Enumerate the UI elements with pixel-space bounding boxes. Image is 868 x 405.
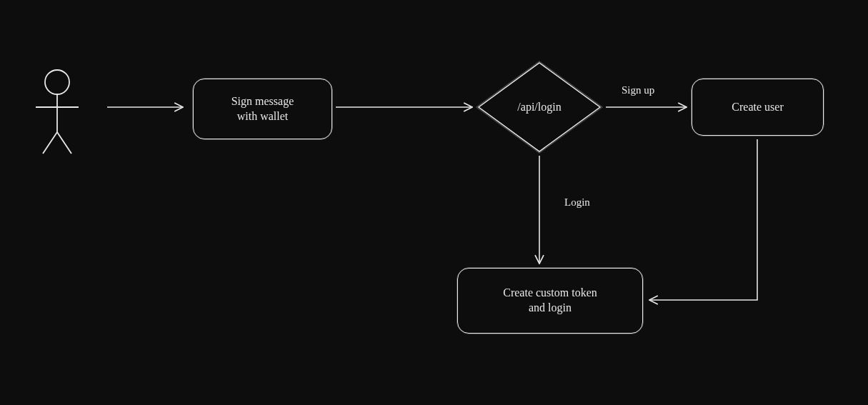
api-login-node: /api/login — [486, 93, 593, 121]
svg-line-3 — [43, 132, 57, 154]
svg-point-0 — [45, 70, 69, 94]
diagram-svg — [0, 0, 868, 405]
actor-icon — [36, 70, 79, 154]
edge-createuser-to-token — [650, 139, 757, 300]
sign-message-label: Sign messagewith wallet — [231, 94, 294, 124]
create-token-label: Create custom tokenand login — [503, 286, 597, 316]
svg-line-4 — [57, 132, 71, 154]
diagram-stage: Sign messagewith wallet /api/login Creat… — [0, 0, 868, 405]
create-user-label: Create user — [732, 100, 783, 115]
edge-label-login: Login — [564, 196, 590, 209]
sign-message-node: Sign messagewith wallet — [193, 79, 332, 139]
api-login-label: /api/login — [517, 100, 561, 115]
edge-label-signup: Sign up — [622, 84, 654, 96]
create-user-node: Create user — [692, 79, 824, 136]
create-token-node: Create custom tokenand login — [457, 268, 643, 334]
